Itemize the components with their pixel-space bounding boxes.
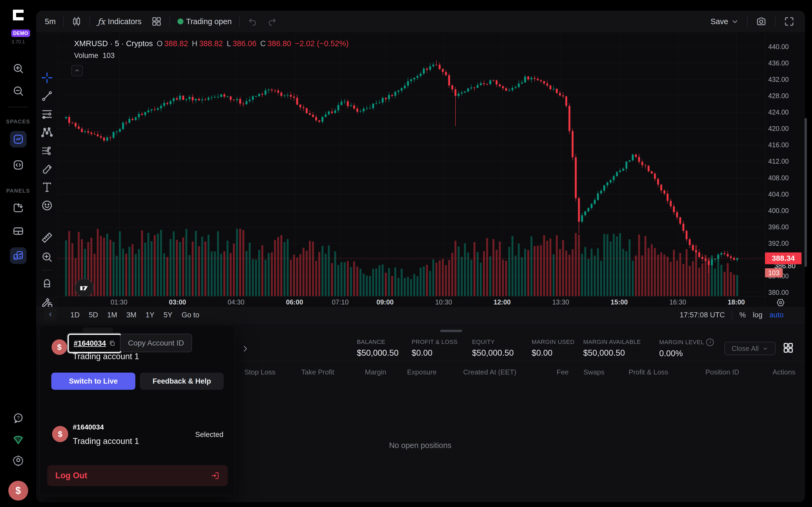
save-button[interactable]: Save (707, 14, 743, 29)
market-status[interactable]: Trading open (174, 14, 236, 29)
column-header[interactable]: Swaps (583, 368, 604, 376)
volume-legend[interactable]: Volume 103 (74, 52, 115, 60)
interval-button[interactable]: 5m (41, 14, 59, 29)
status-dot-icon (177, 18, 184, 24)
time-tick: 07:10 (325, 298, 355, 306)
brush-tool[interactable] (40, 162, 54, 176)
range-button-3m[interactable]: 3M (126, 311, 137, 319)
column-header[interactable]: Take Profit (301, 368, 334, 376)
scrollbar-thumb[interactable] (805, 118, 807, 267)
long-short-position-tool[interactable] (40, 144, 54, 158)
grid-icon (151, 16, 162, 27)
chart-pane[interactable]: XMRUSD · 5 · Cryptos O388.82 H388.82 L38… (58, 32, 765, 296)
column-header[interactable]: Profit & Loss (628, 368, 668, 376)
divider (89, 16, 90, 26)
time-axis[interactable]: 01:3003:0004:3006:0007:1009:0010:3012:00… (58, 296, 765, 307)
broker-logo-icon[interactable] (11, 7, 26, 22)
info-icon[interactable]: i (706, 339, 714, 346)
chart-type-button[interactable] (67, 13, 86, 30)
column-header[interactable]: Actions (772, 368, 795, 376)
logout-button[interactable]: Log Out (47, 465, 228, 486)
connection-status-icon[interactable] (11, 433, 25, 446)
redacted-text (83, 328, 113, 332)
emoji-tool[interactable] (40, 199, 54, 213)
crosshair-tool[interactable] (40, 71, 54, 85)
fullscreen-button[interactable] (780, 13, 799, 30)
column-header[interactable]: Stop Loss (244, 368, 275, 376)
magnet-tool[interactable] (40, 276, 54, 290)
account-id-chip-annotated[interactable]: #1640034 (68, 334, 122, 353)
toolbar-collapse-button[interactable] (44, 308, 57, 321)
undo-button[interactable] (244, 14, 261, 29)
chevron-down-icon (762, 345, 768, 352)
legend-collapse-button[interactable] (71, 65, 83, 76)
account-list-id: #1640034 (73, 423, 104, 431)
divider (732, 311, 732, 319)
stat-balance: BALANCE$50,000.50 (357, 339, 399, 358)
goto-button[interactable]: Go to (182, 311, 199, 319)
range-button-1d[interactable]: 1D (70, 311, 80, 319)
account-avatar-button[interactable]: $ (8, 481, 28, 501)
range-button-1m[interactable]: 1M (107, 311, 117, 319)
account-id[interactable]: #1640034 (73, 339, 106, 348)
switch-to-live-button[interactable]: Switch to Live (51, 373, 135, 390)
indicators-button[interactable]: ƒx Indicators (94, 14, 145, 29)
price-axis[interactable]: 440.00436.00432.00428.00424.00420.00416.… (765, 32, 805, 307)
column-header[interactable]: Fee (557, 368, 569, 376)
percent-scale-button[interactable]: % (739, 311, 746, 319)
sidebar-item-panel-layout[interactable] (12, 225, 24, 237)
column-header[interactable]: Exposure (407, 368, 437, 376)
xabcd-pattern-tool[interactable] (40, 125, 54, 139)
redo-button[interactable] (263, 14, 281, 29)
text-tool[interactable] (40, 180, 54, 194)
range-button-1y[interactable]: 1Y (146, 311, 154, 319)
panel-layout-button[interactable] (782, 342, 794, 353)
divider (747, 16, 748, 26)
spaces-label: SPACES (0, 119, 36, 125)
price-tick: 420.00 (768, 125, 789, 132)
column-header[interactable]: Margin (365, 368, 386, 376)
panel-resize-grip[interactable] (440, 330, 462, 332)
zoom-in-icon[interactable] (12, 62, 24, 74)
drawing-toolbar (36, 32, 58, 296)
close-all-button[interactable]: Close All (724, 342, 775, 355)
log-scale-button[interactable]: log (753, 311, 762, 319)
sidebar-item-chart-space[interactable] (10, 131, 27, 148)
low-label: L (226, 39, 231, 48)
left-sidebar: DEMO 3.70.1 SPACES PANELS (0, 0, 36, 507)
sidebar-item-accounts-panel[interactable] (10, 247, 27, 264)
trend-line-tool[interactable] (40, 89, 54, 103)
symbol-title[interactable]: XMRUSD · 5 · Cryptos (74, 39, 153, 48)
axis-settings-icon[interactable] (775, 297, 786, 308)
clock-utc[interactable]: 17:57:08 UTC (679, 311, 725, 319)
chart-legend[interactable]: XMRUSD · 5 · Cryptos O388.82 H388.82 L38… (74, 39, 349, 48)
fullscreen-icon (783, 16, 795, 27)
sidebar-item-code-space[interactable] (10, 157, 27, 173)
zoom-out-icon[interactable] (12, 85, 24, 97)
zoom-tool[interactable] (40, 250, 54, 264)
measure-tool[interactable] (40, 231, 54, 245)
logout-label: Log Out (55, 471, 87, 481)
range-button-5d[interactable]: 5D (89, 311, 98, 319)
account-list-name[interactable]: Trading account 1 (73, 437, 139, 446)
copy-icon[interactable] (109, 340, 116, 347)
copy-account-id-tooltip[interactable]: Copy Account ID (120, 334, 192, 352)
time-tick: 09:00 (370, 298, 400, 306)
help-icon[interactable]: ? (12, 412, 24, 425)
panel-expand-button[interactable] (241, 344, 249, 353)
sidebar-item-transfers[interactable] (12, 202, 24, 214)
price-tick: 440.00 (768, 43, 789, 51)
range-button-5y[interactable]: 5Y (163, 311, 172, 319)
auto-scale-button[interactable]: auto (769, 311, 783, 319)
screenshot-button[interactable] (752, 13, 771, 30)
tradingview-logo[interactable] (75, 278, 94, 297)
column-header[interactable]: Created At (EET) (463, 368, 516, 376)
layout-grid-button[interactable] (147, 13, 166, 30)
candlestick-chart[interactable] (58, 32, 765, 296)
divider (239, 16, 240, 26)
column-header[interactable]: Position ID (705, 368, 739, 376)
feedback-help-button[interactable]: Feedback & Help (140, 373, 224, 390)
fib-retracement-tool[interactable] (40, 107, 54, 121)
time-tick: 01:30 (104, 298, 134, 306)
settings-gear-icon[interactable] (12, 454, 24, 466)
